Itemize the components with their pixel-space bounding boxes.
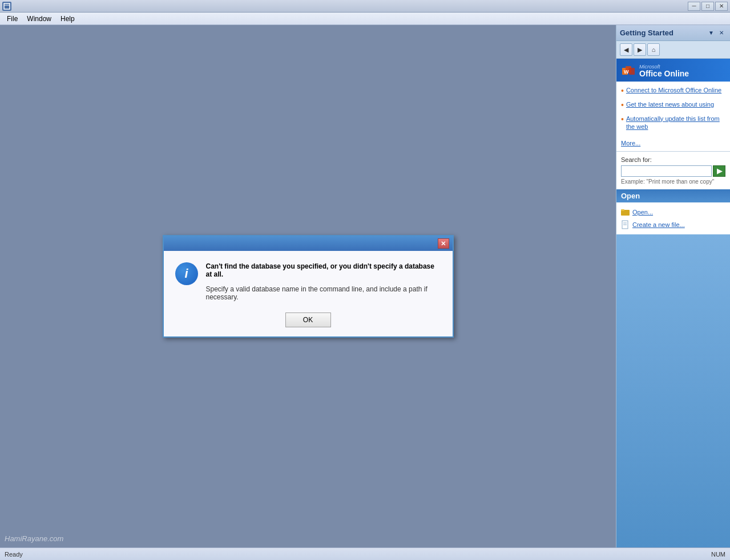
- new-file-link[interactable]: Create a new file...: [632, 221, 685, 228]
- watermark: HamiRayane.com: [5, 534, 63, 543]
- link-news[interactable]: Get the latest news about using: [626, 100, 714, 108]
- work-area: ✕ i Can't find the database you specifie…: [0, 25, 616, 547]
- panel-close-button[interactable]: ✕: [716, 28, 727, 38]
- panel-bottom: [616, 234, 730, 547]
- menu-file[interactable]: File: [2, 14, 22, 24]
- search-example: Example: "Print more than one copy": [621, 178, 725, 185]
- dialog-body: i Can't find the database you specified,…: [164, 251, 453, 336]
- dialog-button-row: OK: [175, 310, 441, 327]
- info-icon: i: [175, 262, 198, 285]
- minimize-button[interactable]: ─: [688, 2, 700, 11]
- more-link[interactable]: More...: [616, 140, 730, 151]
- panel-header: Getting Started ▼ ✕: [616, 25, 730, 41]
- svg-rect-0: [4, 3, 10, 9]
- bullet-2: •: [621, 100, 624, 110]
- panel-dropdown-button[interactable]: ▼: [706, 28, 716, 38]
- dialog-titlebar: ✕: [164, 236, 453, 251]
- status-text: Ready: [5, 551, 711, 558]
- office-online-logo: W Microsoft Office Online: [616, 59, 730, 82]
- search-label: Search for:: [621, 156, 725, 163]
- error-dialog: ✕ i Can't find the database you specifie…: [163, 235, 454, 338]
- new-file-icon: [621, 220, 630, 229]
- link-item-update[interactable]: • Automatically update this list from th…: [621, 115, 725, 131]
- open-header: Open: [616, 189, 730, 202]
- link-item-connect[interactable]: • Connect to Microsoft Office Online: [621, 86, 725, 96]
- window-controls: ─ □ ✕: [688, 2, 728, 11]
- panel-links: • Connect to Microsoft Office Online • G…: [616, 82, 730, 140]
- dialog-sub-message: Specify a valid database name in the com…: [206, 285, 441, 301]
- svg-rect-7: [621, 209, 624, 211]
- office-logo-text: Microsoft Office Online: [639, 64, 689, 78]
- office-online-name: Office Online: [639, 70, 689, 78]
- search-button[interactable]: ▶: [713, 165, 725, 177]
- svg-text:W: W: [624, 69, 629, 75]
- menu-bar: File Window Help: [0, 13, 730, 25]
- panel-nav: ◀ ▶ ⌂: [616, 41, 730, 59]
- search-row: ▶: [621, 165, 725, 177]
- status-bar: Ready NUM: [0, 547, 730, 560]
- menu-window[interactable]: Window: [22, 14, 56, 24]
- dialog-overlay: ✕ i Can't find the database you specifie…: [0, 25, 616, 547]
- folder-icon: [621, 208, 630, 217]
- dialog-messages: Can't find the database you specified, o…: [206, 262, 441, 301]
- right-panel: Getting Started ▼ ✕ ◀ ▶ ⌂ W Microsoft Of: [616, 25, 730, 547]
- status-num: NUM: [711, 551, 725, 558]
- maximize-button[interactable]: □: [701, 2, 714, 11]
- title-bar: ─ □ ✕: [0, 0, 730, 13]
- svg-rect-4: [629, 68, 635, 75]
- link-item-news[interactable]: • Get the latest news about using: [621, 100, 725, 110]
- search-input[interactable]: [621, 165, 712, 177]
- open-item-new[interactable]: Create a new file...: [621, 218, 725, 231]
- main-layout: ✕ i Can't find the database you specifie…: [0, 25, 730, 547]
- bullet-3: •: [621, 115, 624, 124]
- link-connect[interactable]: Connect to Microsoft Office Online: [626, 86, 721, 94]
- open-section: Open Open...: [616, 189, 730, 234]
- panel-back-button[interactable]: ◀: [620, 43, 632, 56]
- app-icon: [2, 2, 11, 11]
- panel-search: Search for: ▶ Example: "Print more than …: [616, 151, 730, 189]
- open-item-open[interactable]: Open...: [621, 206, 725, 218]
- bullet-1: •: [621, 86, 624, 96]
- dialog-main-message: Can't find the database you specified, o…: [206, 262, 441, 278]
- dialog-content: i Can't find the database you specified,…: [175, 262, 441, 301]
- menu-help[interactable]: Help: [56, 14, 79, 24]
- office-logo-icon: W: [621, 63, 637, 79]
- open-link[interactable]: Open...: [632, 209, 653, 216]
- dialog-close-button[interactable]: ✕: [438, 238, 449, 249]
- link-update[interactable]: Automatically update this list from the …: [626, 115, 725, 131]
- panel-home-button[interactable]: ⌂: [647, 43, 660, 56]
- panel-title: Getting Started: [620, 29, 706, 37]
- ok-button[interactable]: OK: [285, 313, 331, 327]
- panel-forward-button[interactable]: ▶: [634, 43, 646, 56]
- open-items: Open... Create a new file...: [616, 202, 730, 234]
- close-button[interactable]: ✕: [715, 2, 728, 11]
